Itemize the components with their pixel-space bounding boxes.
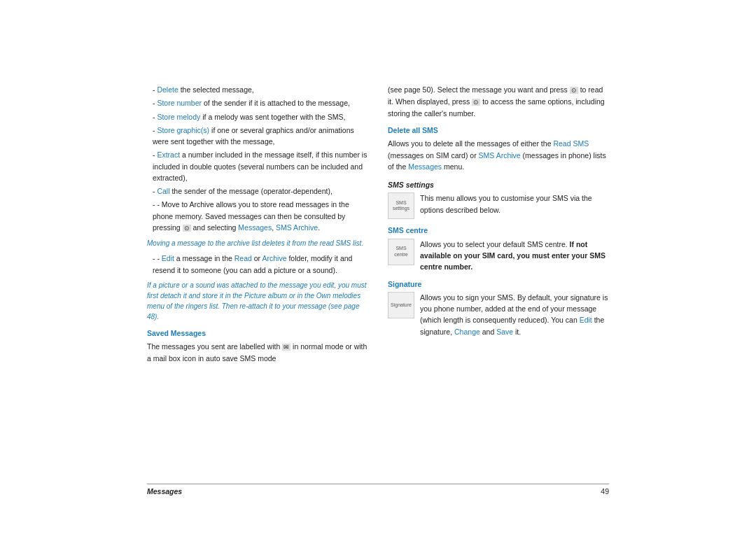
- sms-centre-text: Allows you to select your default SMS ce…: [420, 239, 609, 273]
- link-read: Read: [234, 254, 252, 262]
- icon-signature: Signature: [388, 292, 414, 318]
- right-column: (see page 50). Select the message you wa…: [388, 84, 609, 478]
- bullet-delete: Delete the selected message,: [147, 84, 368, 95]
- right-intro-text: (see page 50). Select the message you wa…: [388, 84, 609, 119]
- bullet-edit: - Edit a message in the Read or Archive …: [147, 253, 368, 276]
- content-area: Delete the selected message, Store numbe…: [147, 84, 609, 478]
- link-messages: Messages: [238, 223, 272, 232]
- link-delete: Delete: [157, 85, 178, 94]
- bullet-extract: Extract a number included in the message…: [147, 149, 368, 183]
- link-sms-archive-2: SMS Archive: [479, 151, 521, 160]
- left-column: Delete the selected message, Store numbe…: [147, 84, 368, 478]
- delete-all-sms-text: Allows you to delete all the messages of…: [388, 138, 609, 172]
- page: Delete the selected message, Store numbe…: [0, 0, 756, 534]
- bullet-call: Call the sender of the message (operator…: [147, 185, 368, 197]
- icon-sms-settings: SMSsettings: [388, 192, 414, 219]
- italic-moving-note: Moving a message to the archive list del…: [147, 238, 368, 249]
- link-edit: Edit: [162, 254, 174, 262]
- link-store-graphics: Store graphic(s): [157, 126, 209, 134]
- link-change-sig: Change: [454, 328, 480, 336]
- footer-section-label: Messages: [147, 487, 182, 496]
- saved-messages-text: The messages you sent are labelled with …: [147, 341, 368, 364]
- heading-delete-all-sms: Delete all SMS: [388, 125, 609, 136]
- signature-section: Signature Allows you to sign your SMS. B…: [388, 292, 609, 337]
- bullet-store-graphics: Store graphic(s) if one or several graph…: [147, 125, 368, 148]
- heading-sms-settings: SMS settings: [388, 179, 609, 190]
- link-call: Call: [157, 187, 169, 195]
- link-messages-2: Messages: [408, 162, 442, 171]
- link-store-number: Store number: [157, 99, 202, 107]
- bullet-store-number: Store number of the sender if it is atta…: [147, 97, 368, 108]
- link-archive: Archive: [262, 254, 286, 262]
- bullet-move-archive: - Move to Archive allows you to store re…: [147, 199, 368, 233]
- sms-centre-section: SMScentre Allows you to select your defa…: [388, 239, 609, 273]
- heading-saved-messages: Saved Messages: [147, 328, 368, 339]
- sms-settings-text: This menu allows you to customise your S…: [420, 192, 609, 216]
- bullet-store-melody: Store melody if a melody was sent togeth…: [147, 111, 368, 122]
- signature-text: Allows you to sign your SMS. By default,…: [420, 292, 609, 337]
- link-store-melody: Store melody: [157, 113, 200, 121]
- link-save-sig: Save: [496, 328, 513, 336]
- link-read-sms: Read SMS: [553, 139, 589, 148]
- italic-picture-sound-note: If a picture or a sound was attached to …: [147, 280, 368, 322]
- heading-sms-centre: SMS centre: [388, 225, 609, 236]
- link-extract: Extract: [157, 150, 180, 159]
- footer-bar: Messages 49: [147, 484, 609, 496]
- sms-settings-section: SMSsettings This menu allows you to cust…: [388, 192, 609, 219]
- link-edit-sig: Edit: [580, 316, 592, 324]
- link-sms-archive: SMS Archive: [276, 223, 318, 232]
- footer-page-number: 49: [601, 487, 609, 496]
- heading-signature: Signature: [388, 279, 609, 290]
- icon-sms-centre: SMScentre: [388, 239, 414, 265]
